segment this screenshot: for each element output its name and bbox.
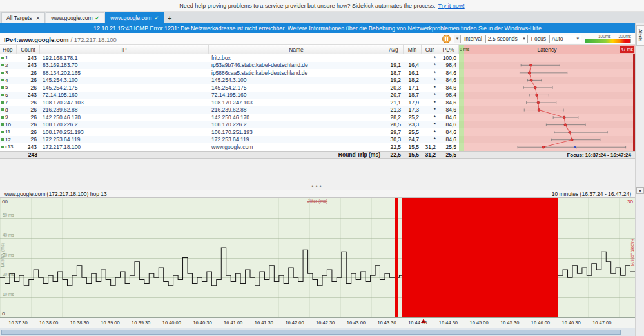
target-identity: IPv4:www.google.com/ 172.217.18.100 xyxy=(4,33,117,44)
interval-select[interactable]: 2.5 seconds▾ xyxy=(485,35,528,43)
min-cell: 16,1 xyxy=(404,70,422,76)
hop-status-indicator xyxy=(1,79,4,81)
trace-row-hop-6[interactable]: 624372.14.195.16072.14.195.16020,718,7*9… xyxy=(0,92,635,99)
time-tick-label: 16:42:00 xyxy=(285,320,304,326)
new-tab-button[interactable]: + xyxy=(164,12,175,23)
pingplotter-window: Need help proving problems to a service … xyxy=(0,0,644,336)
latency-cell xyxy=(459,99,635,106)
trace-state-button[interactable] xyxy=(442,35,451,43)
trace-row-hop-2[interactable]: 224383.169.183.70ip53a9b746.static.kabel… xyxy=(0,62,635,70)
summary-min: 15,5 xyxy=(404,152,422,158)
close-icon[interactable]: ✕ xyxy=(36,15,41,21)
hop-status-indicator xyxy=(1,57,4,59)
header-name[interactable]: Name xyxy=(209,45,384,54)
name-cell: 145.254.2.175 xyxy=(209,84,384,91)
hop-number: 7 xyxy=(5,99,8,105)
cur-cell: * xyxy=(422,92,438,98)
latency-cell xyxy=(459,84,635,92)
min-cell: 17,9 xyxy=(404,99,422,106)
packet-loss-region xyxy=(402,198,558,317)
timeline-range-select[interactable]: 10 minutes (16:37:24 - 16:47:24) xyxy=(552,191,631,197)
trace-row-hop-11[interactable]: 1126108.170.251.193108.170.251.19329,725… xyxy=(0,128,635,136)
packet-loss-overlay xyxy=(0,198,635,317)
tab-target-google-1[interactable]: www.google.com ✔ xyxy=(46,12,104,23)
horizontal-scrollbar[interactable] xyxy=(0,328,635,336)
hop-number: 12 xyxy=(5,137,11,143)
hop-status-indicator xyxy=(1,64,4,66)
header-avg[interactable]: Avg xyxy=(384,45,404,54)
trace-row-hop-4[interactable]: 426145.254.3.100145.254.3.10019,218,2*84… xyxy=(0,77,635,84)
timeline-title: www.google.com (172.217.18.100) hop 13 xyxy=(4,191,107,197)
chevron-down-icon: ▾ xyxy=(576,36,579,41)
count-cell: 26 xyxy=(17,106,40,113)
jitter-axis-toggle[interactable]: Jitter (ms) xyxy=(307,199,327,203)
check-icon: ✔ xyxy=(154,15,159,21)
trace-row-hop-5[interactable]: 526145.254.2.175145.254.2.17520,317,1*84… xyxy=(0,84,635,92)
tab-target-google-2-active[interactable]: www.google.com ✔ xyxy=(105,12,164,23)
header-count[interactable]: Count xyxy=(17,45,40,54)
trace-row-hop-1[interactable]: 1243192.168.178.1fritz.box*100,0 xyxy=(0,54,635,62)
avg-cell: 18,7 xyxy=(384,70,404,76)
name-cell: 108.170.247.103 xyxy=(209,99,384,106)
panel-splitter-handle[interactable]: ••• xyxy=(0,183,635,190)
time-tick-label: 16:45:00 xyxy=(469,320,488,326)
timeline-graph[interactable]: 10 ms20 ms30 ms40 ms50 ms 60 0 30 Jitter… xyxy=(0,198,635,317)
count-cell: 26 xyxy=(17,70,40,76)
ip-cell: 83.169.183.70 xyxy=(40,62,209,68)
header-cur[interactable]: Cur xyxy=(422,45,438,54)
avg-cell: 28,2 xyxy=(384,114,404,121)
header-pl[interactable]: PL% xyxy=(438,45,459,54)
focus-select[interactable]: Auto▾ xyxy=(549,35,581,43)
min-cell: 15,5 xyxy=(404,144,422,150)
tab-label: www.google.com xyxy=(110,15,151,21)
hop-cell: 6 xyxy=(0,92,17,98)
tab-all-targets[interactable]: All Targets ✕ xyxy=(1,12,45,23)
trace-table-body: 1243192.168.178.1fritz.box*100,0224383.1… xyxy=(0,54,635,151)
hop-status-indicator xyxy=(1,72,4,74)
trace-row-hop-10[interactable]: 1026108.170.226.2108.170.226.228,523,3*8… xyxy=(0,121,635,129)
pause-icon xyxy=(445,37,448,41)
time-tick-label: 16:40:30 xyxy=(193,320,211,326)
ip-cell: 145.254.2.175 xyxy=(40,84,209,91)
scrollbar-thumb[interactable] xyxy=(1,330,621,335)
cur-cell: * xyxy=(422,70,438,76)
trace-row-hop-8[interactable]: 826216.239.62.88216.239.62.8821,317,3*84… xyxy=(0,106,635,114)
trace-row-hop-13[interactable]: ılı13243172.217.18.100www.google.com22,5… xyxy=(0,143,635,151)
trace-row-hop-7[interactable]: 726108.170.247.103108.170.247.10321,117,… xyxy=(0,99,635,106)
avg-cell: 19,2 xyxy=(384,77,404,83)
hop-cell: 3 xyxy=(0,70,17,75)
trace-row-hop-12[interactable]: 1226172.253.64.119172.253.64.11930,324,7… xyxy=(0,136,635,144)
header-latency[interactable]: 0 ms Latency 47 ms xyxy=(459,45,635,54)
trace-row-hop-9[interactable]: 926142.250.46.170142.250.46.17028,225,2*… xyxy=(0,114,635,121)
count-cell: 243 xyxy=(17,92,40,98)
ip-cell: 108.170.251.193 xyxy=(40,129,209,135)
hop-cell: 4 xyxy=(0,77,17,83)
trace-row-hop-3[interactable]: 32688.134.202.165ip5886caa5.static.kabel… xyxy=(0,69,635,77)
avg-cell: 21,3 xyxy=(384,106,404,113)
icmp-error-banner[interactable]: 12.10.21 15:43 ICMP Error 1231: Die Netz… xyxy=(0,23,635,33)
hop-number: 10 xyxy=(5,122,11,128)
ip-cell: 172.253.64.119 xyxy=(40,136,209,143)
avg-cell: 21,1 xyxy=(384,99,404,106)
header-hop[interactable]: Hop xyxy=(0,45,17,54)
hop-number: 3 xyxy=(5,70,8,75)
cur-cell: * xyxy=(422,77,438,83)
loss-cell: 84,6 xyxy=(438,114,459,121)
time-tick-label: 16:46:00 xyxy=(531,320,550,326)
hop-cell: 11 xyxy=(0,129,17,135)
latency-cell xyxy=(459,54,635,62)
count-cell: 26 xyxy=(17,84,40,91)
trace-state-dropdown[interactable]: ▾ xyxy=(454,35,461,43)
count-cell: 26 xyxy=(17,77,40,83)
alerts-panel-tab[interactable]: Alerts xyxy=(636,25,644,46)
promo-banner: Need help proving problems to a service … xyxy=(0,0,644,12)
promo-try-link[interactable]: Try it now! xyxy=(438,3,465,9)
time-tick-label: 16:43:00 xyxy=(347,320,366,326)
summary-cur: 31,2 xyxy=(422,152,438,158)
header-ip[interactable]: IP xyxy=(40,45,209,54)
chevron-down-icon: ▾ xyxy=(523,36,525,41)
loss-cell: 84,6 xyxy=(438,99,459,106)
header-min[interactable]: Min xyxy=(404,45,422,54)
timeline-range-dropdown[interactable]: ▾ xyxy=(636,187,644,194)
loss-cell: 84,6 xyxy=(438,106,459,113)
